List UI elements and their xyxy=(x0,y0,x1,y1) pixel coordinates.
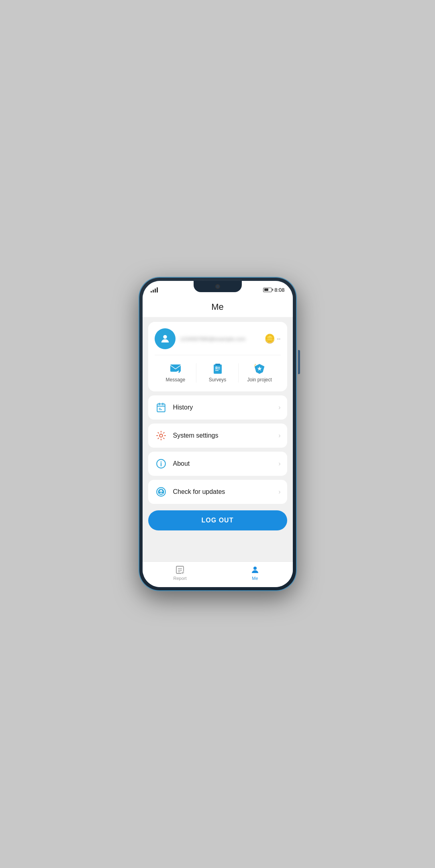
join-project-icon: ★ xyxy=(254,363,265,375)
quick-actions: Message xyxy=(155,355,281,385)
phone-screen: 8:08 Me xyxy=(143,281,293,587)
system-settings-left: System settings xyxy=(155,429,219,442)
svg-line-10 xyxy=(255,366,255,366)
history-left: History xyxy=(155,401,193,414)
coin-area: 🪙 -- xyxy=(264,334,280,344)
surveys-label: Surveys xyxy=(209,377,226,383)
svg-rect-11 xyxy=(157,404,165,412)
battery-icon xyxy=(263,288,272,292)
svg-rect-3 xyxy=(215,364,220,365)
me-nav-icon xyxy=(250,565,260,575)
signal-area xyxy=(151,287,158,293)
settings-icon xyxy=(156,430,166,441)
profile-top: 1234567890@example.com 🪙 -- xyxy=(155,328,281,355)
svg-line-8 xyxy=(255,364,256,365)
nav-item-me[interactable]: Me xyxy=(218,565,293,581)
system-settings-icon-wrap xyxy=(155,429,167,442)
report-nav-icon xyxy=(175,565,185,575)
svg-text:★: ★ xyxy=(257,366,262,372)
report-nav-label: Report xyxy=(173,576,186,581)
svg-point-17 xyxy=(159,434,163,437)
signal-bar-1 xyxy=(151,291,152,293)
bottom-nav: Report Me xyxy=(143,561,293,587)
screen-content: 1234567890@example.com 🪙 -- xyxy=(143,317,293,587)
join-project-action[interactable]: ★ Join project xyxy=(239,361,281,385)
content-spacer xyxy=(148,534,287,557)
status-right: 8:08 xyxy=(263,287,284,293)
svg-point-20 xyxy=(160,461,161,463)
join-project-label: Join project xyxy=(247,377,272,383)
history-menu-item[interactable]: History › xyxy=(148,395,287,420)
about-left: About xyxy=(155,457,190,470)
logout-button[interactable]: LOG OUT xyxy=(148,510,287,530)
about-icon-wrap xyxy=(155,457,167,470)
surveys-action[interactable]: Surveys xyxy=(196,361,239,385)
about-label: About xyxy=(173,460,190,467)
me-nav-label: Me xyxy=(252,576,258,581)
check-updates-chevron: › xyxy=(278,488,280,495)
coin-icon: 🪙 xyxy=(264,334,275,344)
camera xyxy=(215,284,220,289)
signal-bar-4 xyxy=(157,287,158,293)
message-icon xyxy=(170,363,181,375)
profile-card: 1234567890@example.com 🪙 -- xyxy=(148,322,287,391)
battery-fill xyxy=(264,289,268,291)
coin-amount: -- xyxy=(277,336,280,342)
profile-email: 1234567890@example.com xyxy=(180,336,246,342)
time-display: 8:08 xyxy=(274,287,284,293)
history-icon-wrap xyxy=(155,401,167,414)
main-content: 1234567890@example.com 🪙 -- xyxy=(143,317,293,561)
system-settings-chevron: › xyxy=(278,432,280,439)
notch xyxy=(194,281,242,292)
surveys-icon xyxy=(212,363,223,375)
about-icon xyxy=(156,459,166,469)
about-menu-item[interactable]: About › xyxy=(148,452,287,476)
svg-point-0 xyxy=(163,335,167,339)
page-title: Me xyxy=(211,302,224,312)
check-updates-left: Check for updates xyxy=(155,485,225,498)
page-title-bar: Me xyxy=(143,299,293,317)
message-action[interactable]: Message xyxy=(155,361,197,385)
phone-frame: 8:08 Me xyxy=(139,278,296,590)
system-settings-menu-item[interactable]: System settings › xyxy=(148,424,287,448)
message-label: Message xyxy=(165,377,185,383)
about-chevron: › xyxy=(278,460,280,467)
profile-left: 1234567890@example.com xyxy=(155,328,246,349)
avatar[interactable] xyxy=(155,328,176,349)
svg-rect-1 xyxy=(170,364,181,372)
update-icon xyxy=(156,487,166,497)
system-settings-label: System settings xyxy=(173,432,219,439)
nav-item-report[interactable]: Report xyxy=(143,565,218,581)
history-label: History xyxy=(173,404,193,411)
signal-bar-3 xyxy=(155,289,156,293)
check-updates-menu-item[interactable]: Check for updates › xyxy=(148,480,287,504)
signal-bars xyxy=(151,287,158,293)
check-updates-icon-wrap xyxy=(155,485,167,498)
history-chevron: › xyxy=(278,404,280,411)
check-updates-label: Check for updates xyxy=(173,488,225,495)
svg-point-28 xyxy=(253,567,257,570)
side-button xyxy=(298,350,300,374)
signal-bar-2 xyxy=(153,290,154,293)
user-avatar-icon xyxy=(159,333,171,344)
history-icon xyxy=(156,402,166,413)
battery-indicator xyxy=(263,288,272,292)
